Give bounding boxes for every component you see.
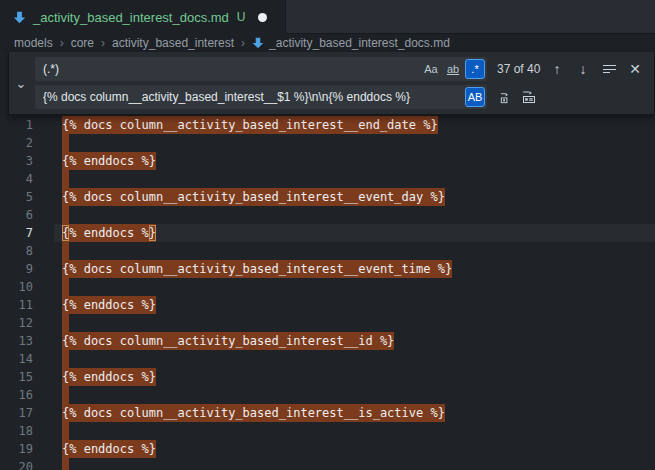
find-match: {% enddocs %} — [62, 440, 156, 458]
line-text: {% enddocs %} — [62, 152, 156, 170]
editor-line[interactable]: 1{% docs column__activity_based_interest… — [0, 116, 655, 134]
replace-input[interactable] — [35, 86, 465, 108]
modified-indicator-dot[interactable] — [258, 13, 267, 22]
empty-regex-match — [62, 350, 69, 368]
line-number: 20 — [0, 458, 33, 470]
find-match: {% docs column__activity_based_interest_… — [62, 260, 452, 278]
empty-regex-match — [62, 278, 69, 296]
whole-word-toggle[interactable]: ab — [443, 59, 463, 79]
editor-line[interactable]: 10 — [0, 278, 655, 296]
line-text: {% docs column__activity_based_interest_… — [62, 188, 445, 206]
line-number: 15 — [0, 368, 33, 386]
line-number: 10 — [0, 278, 33, 296]
find-in-selection-button[interactable] — [596, 58, 622, 80]
breadcrumb-separator-icon: › — [101, 36, 105, 50]
breadcrumb-file[interactable]: _activity_based_interest_docs.md — [269, 36, 450, 50]
editor-line[interactable]: 15{% enddocs %} — [0, 368, 655, 386]
empty-regex-match — [62, 458, 69, 470]
line-number: 8 — [0, 242, 33, 260]
editor-line[interactable]: 9{% docs column__activity_based_interest… — [0, 260, 655, 278]
line-number: 5 — [0, 188, 33, 206]
find-match: {% enddocs %} — [62, 224, 156, 242]
editor-line[interactable]: 11{% enddocs %} — [0, 296, 655, 314]
match-case-toggle[interactable]: Aa — [421, 59, 441, 79]
replace-action-buttons — [493, 85, 541, 109]
editor-line[interactable]: 8 — [0, 242, 655, 260]
line-number: 6 — [0, 206, 33, 224]
line-text — [62, 314, 69, 332]
editor-lines[interactable]: 1{% docs column__activity_based_interest… — [0, 116, 655, 470]
editor-line[interactable]: 17{% docs column__activity_based_interes… — [0, 404, 655, 422]
editor-line[interactable]: 3{% enddocs %} — [0, 152, 655, 170]
line-number: 2 — [0, 134, 33, 152]
line-number: 4 — [0, 170, 33, 188]
editor-line[interactable]: 6 — [0, 206, 655, 224]
tab-active-file[interactable]: _activity_based_interest_docs.md U — [0, 0, 286, 34]
line-text — [62, 350, 69, 368]
editor-line[interactable]: 13{% docs column__activity_based_interes… — [0, 332, 655, 350]
empty-regex-match — [62, 386, 69, 404]
replace-button[interactable] — [493, 86, 517, 108]
replace-icon — [498, 90, 513, 105]
find-match: {% docs column__activity_based_interest_… — [62, 188, 445, 206]
replace-all-icon — [521, 89, 537, 105]
find-input[interactable] — [35, 58, 421, 80]
line-text: {% docs column__activity_based_interest_… — [62, 332, 394, 350]
line-text: {% enddocs %} — [62, 296, 156, 314]
find-replace-widget: ⌄ Aa ab .* 37 of 40 ↑ ↓ ✕ AB — [8, 52, 655, 115]
empty-regex-match — [62, 242, 69, 260]
editor-line[interactable]: 18 — [0, 422, 655, 440]
replace-all-button[interactable] — [517, 86, 541, 108]
find-input-box: Aa ab .* — [35, 57, 487, 81]
find-match: {% enddocs %} — [62, 152, 156, 170]
breadcrumb-segment-models[interactable]: models — [14, 36, 53, 50]
find-match: {% docs column__activity_based_interest_… — [62, 116, 438, 134]
previous-match-button[interactable]: ↑ — [544, 58, 570, 80]
editor-line[interactable]: 2 — [0, 134, 655, 152]
line-number: 17 — [0, 404, 33, 422]
line-text: {% enddocs %} — [62, 440, 156, 458]
markdown-file-icon — [13, 11, 26, 24]
empty-regex-match — [62, 206, 69, 224]
markdown-file-icon — [252, 37, 264, 49]
line-number: 12 — [0, 314, 33, 332]
editor-line[interactable]: 7{% enddocs %} — [0, 224, 655, 242]
find-match: {% enddocs %} — [62, 296, 156, 314]
tab-filename: _activity_based_interest_docs.md — [33, 10, 229, 25]
line-text — [62, 278, 69, 296]
line-text — [62, 170, 69, 188]
line-number: 11 — [0, 296, 33, 314]
line-text — [62, 422, 69, 440]
editor-line[interactable]: 19{% enddocs %} — [0, 440, 655, 458]
regex-toggle[interactable]: .* — [465, 59, 485, 79]
editor-line[interactable]: 14 — [0, 350, 655, 368]
line-text — [62, 134, 69, 152]
breadcrumb-segment-folder[interactable]: activity_based_interest — [112, 36, 234, 50]
empty-regex-match — [62, 422, 69, 440]
empty-regex-match — [62, 170, 69, 188]
line-number: 1 — [0, 116, 33, 134]
line-text: {% docs column__activity_based_interest_… — [62, 404, 445, 422]
line-number: 7 — [0, 224, 33, 242]
line-number: 13 — [0, 332, 33, 350]
toggle-replace-chevron-icon[interactable]: ⌄ — [9, 52, 33, 114]
line-text — [62, 386, 69, 404]
line-text: {% enddocs %} — [62, 224, 156, 242]
editor-line[interactable]: 20 — [0, 458, 655, 470]
selection-lines-icon — [603, 63, 616, 76]
editor-line[interactable]: 16 — [0, 386, 655, 404]
replace-input-box: AB — [35, 85, 487, 109]
line-number: 16 — [0, 386, 33, 404]
tab-bar: _activity_based_interest_docs.md U — [0, 0, 655, 34]
editor-line[interactable]: 4 — [0, 170, 655, 188]
next-match-button[interactable]: ↓ — [570, 58, 596, 80]
editor-line[interactable]: 5{% docs column__activity_based_interest… — [0, 188, 655, 206]
find-nav-buttons: ↑ ↓ ✕ — [544, 57, 648, 81]
find-match: {% enddocs %} — [62, 368, 156, 386]
empty-regex-match — [62, 314, 69, 332]
bracket-match-open: { — [62, 225, 69, 241]
breadcrumb-segment-core[interactable]: core — [71, 36, 94, 50]
editor-line[interactable]: 12 — [0, 314, 655, 332]
preserve-case-toggle[interactable]: AB — [465, 87, 485, 107]
close-find-widget-button[interactable]: ✕ — [622, 58, 648, 80]
